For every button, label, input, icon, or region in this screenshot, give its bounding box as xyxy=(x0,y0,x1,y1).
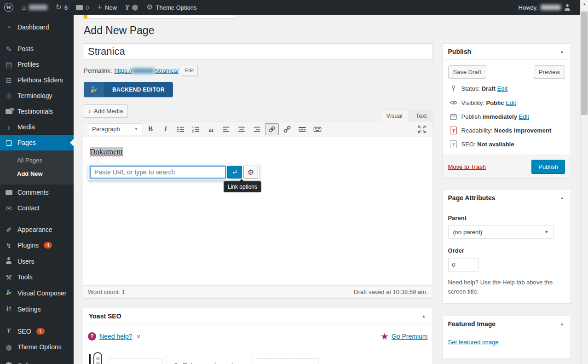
new-content-menu[interactable]: + New xyxy=(93,0,121,15)
wp-logo-menu[interactable]: W xyxy=(0,0,17,15)
apply-link-button[interactable]: ↵ xyxy=(227,166,242,179)
backend-editor-button[interactable]: BACKEND EDITOR xyxy=(84,82,173,97)
sidebar-item-media[interactable]: ♪ Media xyxy=(0,119,74,135)
order-input[interactable] xyxy=(448,258,478,272)
go-premium-link[interactable]: Go Premium xyxy=(392,333,428,340)
my-account-menu[interactable]: Howdy, xyxy=(514,0,575,15)
collapse-toggle-icon[interactable]: ▲ xyxy=(559,49,565,54)
editor-content-area[interactable]: Dokument ↵ ⚙ Link options xyxy=(83,137,432,285)
submenu-add-new[interactable]: Add New xyxy=(0,167,74,180)
sidebar-item-tools[interactable]: ⚒ Tools xyxy=(0,269,74,285)
home-icon: ⌂ xyxy=(22,4,26,11)
blurred-user-name xyxy=(541,5,561,10)
toolbar-toggle-button[interactable] xyxy=(311,123,324,135)
submenu-all-pages[interactable]: All Pages xyxy=(0,154,74,167)
link-url-input[interactable] xyxy=(90,166,226,179)
sidebar-item-plethora-sliders[interactable]: ⊟ Plethora Sliders xyxy=(0,72,74,88)
selected-link-text[interactable]: Dokument xyxy=(90,147,123,156)
theme-options-adminbar[interactable]: ⚙ Theme Options xyxy=(142,0,201,15)
traffic-light-icon xyxy=(93,352,102,364)
move-to-trash-link[interactable]: Move to Trash xyxy=(448,163,486,170)
publish-button[interactable]: Publish xyxy=(531,160,565,173)
permalink-row: Permalink: https:///stranica/ Edit xyxy=(84,65,433,76)
collapse-menu-button[interactable]: ◀ Collapse menu xyxy=(0,357,74,364)
pages-icon: ❏ xyxy=(4,139,13,146)
permalink-link[interactable]: https:///stranica/ xyxy=(114,67,179,74)
permalink-edit-button[interactable]: Edit xyxy=(181,65,198,76)
collapse-toggle-icon[interactable]: ▲ xyxy=(559,196,565,200)
align-center-button[interactable] xyxy=(235,123,248,135)
sidebar-item-seo[interactable]: Y SEO 1 xyxy=(0,323,74,339)
publish-header[interactable]: Publish ▲ xyxy=(443,44,571,60)
sidebar-item-contact[interactable]: ✉ Contact xyxy=(0,200,74,216)
bold-button[interactable]: B xyxy=(144,123,157,135)
comments-menu[interactable]: 0 xyxy=(72,0,93,15)
sidebar-item-terminology[interactable]: ☉ Terminology xyxy=(0,88,74,104)
sidebar-item-appearance[interactable]: ✐ Appearance xyxy=(0,222,74,237)
settings-sliders-icon xyxy=(4,306,13,313)
post-title-input[interactable] xyxy=(83,43,433,60)
preview-button[interactable]: Preview xyxy=(534,65,565,78)
featured-image-header[interactable]: Featured Image ▲ xyxy=(443,316,571,332)
set-featured-image-link[interactable]: Set featured image xyxy=(448,339,499,346)
scrollbar-up-arrow[interactable]: ▲ xyxy=(581,0,588,8)
sidebar-item-pages[interactable]: ❏ Pages xyxy=(0,135,74,150)
read-more-button[interactable] xyxy=(295,123,309,135)
sidebar-item-users[interactable]: Users xyxy=(0,253,74,269)
save-draft-button[interactable]: Save Draft xyxy=(448,65,486,78)
tab-text[interactable]: Text xyxy=(410,110,433,121)
visual-composer-icon xyxy=(4,289,13,297)
schedule-row: Publish immediately Edit xyxy=(449,113,565,121)
sidebar-item-visual-composer[interactable]: Visual Composer xyxy=(0,285,74,301)
site-name-menu[interactable]: ⌂ xyxy=(17,0,52,15)
sidebar-item-testimonials[interactable]: Testimonials xyxy=(0,104,74,119)
add-media-button[interactable]: ♪ Add Media xyxy=(83,104,128,117)
sidebar-item-plugins[interactable]: ↯ Plugins 4 xyxy=(0,237,74,253)
bullet-list-button[interactable] xyxy=(174,123,188,135)
scrollbar-thumb[interactable] xyxy=(581,12,588,115)
italic-button[interactable]: I xyxy=(159,123,173,135)
sidebar-item-profiles[interactable]: ▤ Profiles xyxy=(0,57,74,72)
collapse-toggle-icon[interactable]: ▲ xyxy=(421,314,427,318)
sidebar-item-settings[interactable]: Settings xyxy=(0,301,74,317)
paragraph-format-select[interactable]: Paragraph ▼ xyxy=(88,123,142,135)
page-attributes-help: Need help? Use the Help tab above the sc… xyxy=(448,278,554,296)
fullscreen-button[interactable] xyxy=(415,123,429,135)
sidebar-item-posts[interactable]: ✎ Posts xyxy=(0,41,74,57)
need-help-link[interactable]: Need help? xyxy=(99,333,133,340)
comment-bubble-icon xyxy=(76,5,83,10)
link-options-button[interactable]: ⚙ xyxy=(243,166,258,179)
admin-menu: ◔ Dashboard ✎ Posts ▤ Profiles ⊟ Plethor… xyxy=(0,15,74,364)
yoast-seo-metabox: Yoast SEO ▲ ? Need help? ∨ ★ Go Premium xyxy=(83,308,433,364)
tab-readability[interactable]: Readability xyxy=(109,358,163,364)
insert-link-button[interactable] xyxy=(265,123,279,135)
align-left-button[interactable] xyxy=(219,123,233,135)
edit-visibility-link[interactable]: Edit xyxy=(506,99,516,106)
gear-icon: ⚙ xyxy=(248,168,254,177)
gear-icon: ⚙ xyxy=(146,4,153,11)
align-right-button[interactable] xyxy=(250,123,264,135)
parent-select[interactable]: (no parent) ▼ xyxy=(448,225,554,239)
edit-schedule-link[interactable]: Edit xyxy=(519,113,529,120)
tab-visual[interactable]: Visual xyxy=(380,110,409,121)
remove-link-button[interactable] xyxy=(280,123,294,135)
chevron-down-icon[interactable]: ∨ xyxy=(137,333,141,340)
editor-statusbar: Word count: 1 Draft saved at 10:38:59 am… xyxy=(83,285,432,298)
yoast-adminbar-menu[interactable]: Y xyxy=(121,0,142,15)
updates-menu[interactable]: ↻ 6 xyxy=(52,0,72,15)
tab-focus-keyword[interactable]: Enter your focus key... xyxy=(167,355,253,364)
blockquote-button[interactable]: “ xyxy=(204,123,218,135)
chevron-down-icon: ▼ xyxy=(134,127,138,131)
collapse-toggle-icon[interactable]: ▲ xyxy=(559,322,565,326)
yoast-seo-header[interactable]: Yoast SEO ▲ xyxy=(83,308,432,324)
page-scrollbar[interactable]: ▲ xyxy=(580,0,588,364)
numbered-list-button[interactable]: 123 xyxy=(189,123,203,135)
help-question-icon: ? xyxy=(88,332,96,341)
edit-status-link[interactable]: Edit xyxy=(497,85,507,92)
sidebar-item-theme-options[interactable]: ◍ Theme Options xyxy=(0,339,74,355)
page-attributes-header[interactable]: Page Attributes ▲ xyxy=(443,190,571,206)
sidebar-item-comments[interactable]: Comments xyxy=(0,185,74,200)
tab-add-keyword[interactable]: + Add keyword xyxy=(257,358,318,364)
sidebar-item-dashboard[interactable]: ◔ Dashboard xyxy=(0,19,74,35)
media-icon: ♪ xyxy=(4,124,13,131)
